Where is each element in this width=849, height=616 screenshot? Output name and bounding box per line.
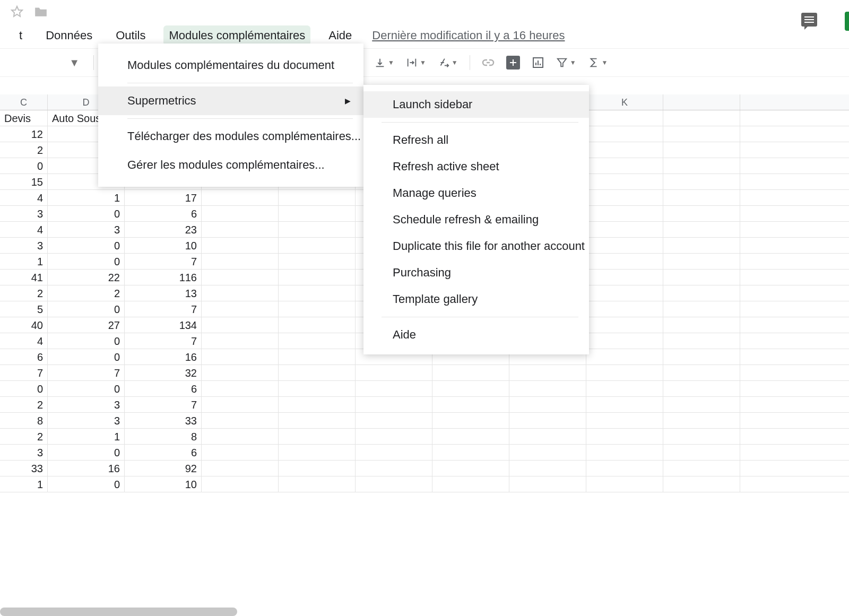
cell[interactable]: 4 xyxy=(0,190,48,205)
cell[interactable] xyxy=(663,349,740,365)
cell[interactable]: 7 xyxy=(125,254,202,269)
cell[interactable]: 7 xyxy=(125,333,202,349)
cell[interactable]: 3 xyxy=(0,445,48,460)
cell[interactable] xyxy=(663,222,740,237)
cell[interactable]: 2 xyxy=(0,429,48,444)
cell[interactable] xyxy=(356,461,432,476)
cell[interactable]: 116 xyxy=(125,270,202,285)
cell[interactable] xyxy=(356,397,432,412)
cell[interactable]: 134 xyxy=(125,317,202,333)
cell[interactable] xyxy=(663,285,740,301)
cell[interactable]: 41 xyxy=(0,270,48,285)
cell[interactable]: 10 xyxy=(125,238,202,253)
cell[interactable] xyxy=(509,445,586,460)
cell[interactable] xyxy=(586,301,663,317)
cell[interactable] xyxy=(432,381,509,396)
cell[interactable] xyxy=(279,445,356,460)
menu-item-outils[interactable]: Outils xyxy=(110,25,151,46)
cell[interactable] xyxy=(663,238,740,253)
cell[interactable]: Devis xyxy=(0,110,48,126)
cell[interactable] xyxy=(202,349,279,365)
cell[interactable] xyxy=(586,285,663,301)
cell[interactable] xyxy=(202,254,279,269)
cell[interactable] xyxy=(202,270,279,285)
cell[interactable] xyxy=(356,413,432,428)
cell[interactable] xyxy=(432,461,509,476)
cell[interactable] xyxy=(663,333,740,349)
cell[interactable]: 4 xyxy=(0,222,48,237)
insert-link-icon[interactable] xyxy=(482,56,495,69)
cell[interactable] xyxy=(279,254,356,269)
cell[interactable]: 6 xyxy=(125,206,202,221)
cell[interactable]: 22 xyxy=(48,270,125,285)
cell[interactable]: 32 xyxy=(125,365,202,380)
cell[interactable] xyxy=(356,365,432,380)
cell[interactable] xyxy=(586,429,663,444)
cell[interactable] xyxy=(586,222,663,237)
cell[interactable] xyxy=(663,126,740,142)
dropdown-manage-addons[interactable]: Gérer les modules complémentaires... xyxy=(98,151,363,179)
cell[interactable] xyxy=(432,397,509,412)
cell[interactable]: 27 xyxy=(48,317,125,333)
submenu-launch-sidebar[interactable]: Launch sidebar xyxy=(363,91,589,118)
submenu-manage-queries[interactable]: Manage queries xyxy=(363,180,589,206)
cell[interactable] xyxy=(279,285,356,301)
cell[interactable] xyxy=(586,349,663,365)
column-header[interactable] xyxy=(663,94,740,110)
cell[interactable] xyxy=(279,461,356,476)
cell[interactable]: 0 xyxy=(0,381,48,396)
cell[interactable]: 8 xyxy=(0,413,48,428)
cell[interactable] xyxy=(279,476,356,492)
vertical-align-icon[interactable]: ▼ xyxy=(374,57,394,68)
submenu-purchasing[interactable]: Purchasing xyxy=(363,259,589,286)
submenu-schedule[interactable]: Schedule refresh & emailing xyxy=(363,206,589,233)
cell[interactable]: 7 xyxy=(0,365,48,380)
cell[interactable] xyxy=(586,158,663,173)
move-folder-icon[interactable] xyxy=(34,6,48,18)
cell[interactable] xyxy=(202,461,279,476)
cell[interactable] xyxy=(663,142,740,158)
cell[interactable] xyxy=(202,190,279,205)
name-box-dropdown[interactable]: ▼ xyxy=(10,54,84,72)
cell[interactable]: 2 xyxy=(0,285,48,301)
submenu-refresh-active[interactable]: Refresh active sheet xyxy=(363,153,589,180)
cell[interactable]: 1 xyxy=(48,429,125,444)
cell[interactable] xyxy=(279,349,356,365)
horizontal-scrollbar[interactable] xyxy=(0,608,237,616)
cell[interactable]: 3 xyxy=(48,222,125,237)
cell[interactable] xyxy=(202,413,279,428)
cell[interactable] xyxy=(202,333,279,349)
cell[interactable] xyxy=(509,429,586,444)
cell[interactable] xyxy=(202,317,279,333)
cell[interactable]: 2 xyxy=(0,142,48,158)
cell[interactable]: 33 xyxy=(125,413,202,428)
cell[interactable] xyxy=(509,381,586,396)
cell[interactable] xyxy=(279,206,356,221)
submenu-refresh-all[interactable]: Refresh all xyxy=(363,127,589,153)
cell[interactable] xyxy=(663,270,740,285)
cell[interactable] xyxy=(586,461,663,476)
cell[interactable] xyxy=(663,301,740,317)
text-rotation-icon[interactable]: ▼ xyxy=(438,57,458,68)
dropdown-supermetrics[interactable]: Supermetrics ▶ xyxy=(98,86,363,115)
cell[interactable] xyxy=(509,413,586,428)
cell[interactable] xyxy=(509,397,586,412)
cell[interactable]: 7 xyxy=(48,365,125,380)
dropdown-doc-addons[interactable]: Modules complémentaires du document xyxy=(98,51,363,80)
cell[interactable] xyxy=(432,476,509,492)
cell[interactable] xyxy=(586,126,663,142)
cell[interactable]: 6 xyxy=(125,445,202,460)
cell[interactable] xyxy=(586,413,663,428)
cell[interactable] xyxy=(432,429,509,444)
dropdown-download-addons[interactable]: Télécharger des modules complémentaires.… xyxy=(98,122,363,151)
cell[interactable]: 7 xyxy=(125,301,202,317)
cell[interactable] xyxy=(202,445,279,460)
cell[interactable] xyxy=(663,158,740,173)
cell[interactable] xyxy=(663,206,740,221)
cell[interactable] xyxy=(279,413,356,428)
cell[interactable]: 16 xyxy=(125,349,202,365)
cell[interactable]: 3 xyxy=(48,413,125,428)
cell[interactable] xyxy=(202,476,279,492)
cell[interactable] xyxy=(663,461,740,476)
cell[interactable] xyxy=(202,301,279,317)
